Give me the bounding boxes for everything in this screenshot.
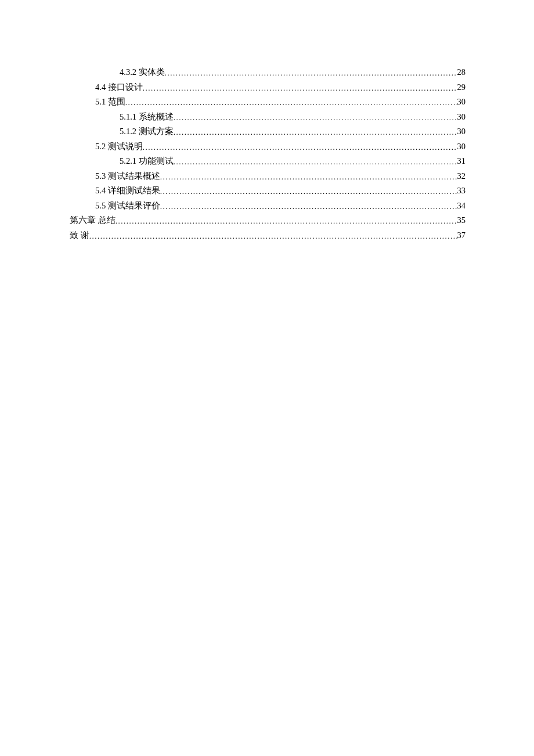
toc-page-number: 33 bbox=[457, 183, 466, 198]
toc-entry[interactable]: 致 谢 37 bbox=[70, 228, 466, 243]
toc-page-number: 30 bbox=[457, 124, 466, 139]
toc-leader-dots bbox=[174, 155, 457, 170]
toc-entry-label: 4.3.2 实体类 bbox=[120, 65, 165, 80]
toc-entry[interactable]: 5.4 详细测试结果 33 bbox=[70, 183, 466, 199]
toc-entry-label: 5.1.2 测试方案 bbox=[120, 124, 174, 139]
toc-entry-label: 5.1.1 系统概述 bbox=[120, 110, 174, 124]
toc-leader-dots bbox=[174, 125, 457, 140]
toc-page-number: 31 bbox=[457, 154, 466, 168]
toc-entry[interactable]: 5.1.1 系统概述 30 bbox=[70, 110, 466, 125]
toc-page-number: 30 bbox=[457, 139, 466, 154]
toc-entry[interactable]: 5.1 范围 30 bbox=[70, 95, 466, 110]
toc-page-number: 34 bbox=[457, 199, 466, 213]
toc-entry-label: 5.1 范围 bbox=[95, 95, 125, 109]
toc-container: 4.3.2 实体类 28 4.4 接口设计 29 5.1 范围 30 5.1.1… bbox=[0, 0, 534, 243]
toc-entry-label: 5.2 测试说明 bbox=[95, 139, 143, 154]
toc-page-number: 28 bbox=[457, 65, 466, 80]
toc-page-number: 30 bbox=[457, 110, 466, 124]
toc-leader-dots bbox=[160, 200, 457, 214]
toc-leader-dots bbox=[125, 96, 457, 110]
toc-leader-dots bbox=[116, 214, 457, 229]
toc-leader-dots bbox=[165, 66, 457, 81]
toc-leader-dots bbox=[143, 141, 457, 155]
toc-leader-dots bbox=[143, 81, 457, 96]
toc-leader-dots bbox=[160, 170, 457, 185]
toc-entry[interactable]: 5.5 测试结果评价 34 bbox=[70, 199, 466, 214]
toc-leader-dots bbox=[174, 111, 457, 125]
toc-entry-label: 5.3 测试结果概述 bbox=[95, 169, 160, 183]
toc-entry-label: 5.2.1 功能测试 bbox=[120, 154, 174, 168]
toc-entry[interactable]: 5.2.1 功能测试 31 bbox=[70, 154, 466, 169]
toc-page-number: 29 bbox=[457, 80, 466, 95]
toc-entry[interactable]: 5.2 测试说明 30 bbox=[70, 139, 466, 154]
toc-leader-dots bbox=[160, 185, 457, 199]
toc-entry[interactable]: 5.3 测试结果概述 32 bbox=[70, 169, 466, 184]
toc-entry[interactable]: 4.4 接口设计 29 bbox=[70, 80, 466, 95]
toc-page-number: 35 bbox=[457, 213, 466, 228]
toc-page-number: 30 bbox=[457, 95, 466, 109]
toc-entry-label: 5.5 测试结果评价 bbox=[95, 199, 160, 213]
toc-entry-label: 5.4 详细测试结果 bbox=[95, 183, 160, 198]
toc-entry[interactable]: 4.3.2 实体类 28 bbox=[70, 65, 466, 80]
toc-entry-label: 4.4 接口设计 bbox=[95, 80, 143, 95]
toc-leader-dots bbox=[89, 229, 457, 244]
toc-page-number: 37 bbox=[457, 228, 466, 243]
toc-entry[interactable]: 5.1.2 测试方案 30 bbox=[70, 124, 466, 139]
toc-entry-label: 致 谢 bbox=[70, 228, 89, 243]
toc-page-number: 32 bbox=[457, 169, 466, 183]
toc-entry-label: 第六章 总结 bbox=[70, 213, 116, 228]
toc-entry[interactable]: 第六章 总结 35 bbox=[70, 213, 466, 228]
